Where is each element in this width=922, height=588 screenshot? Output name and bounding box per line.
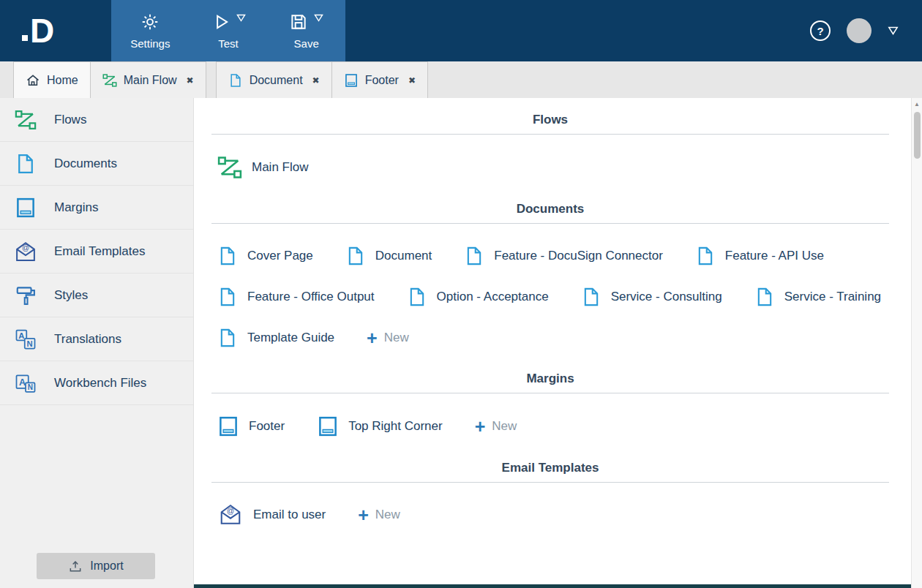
translations-icon: AN (15, 328, 37, 350)
item-service-consulting[interactable]: Service - Consulting (581, 285, 722, 309)
new-button[interactable]: +New (358, 508, 400, 522)
item-service-training[interactable]: Service - Training (754, 285, 881, 309)
svg-text:A: A (19, 377, 26, 387)
svg-text:@: @ (227, 507, 235, 515)
close-icon[interactable]: ✖ (312, 75, 320, 86)
chevron-down-icon[interactable] (888, 26, 899, 35)
document-icon (581, 285, 601, 309)
section-title: Margins (211, 372, 889, 386)
sidebar-item-documents[interactable]: Documents (0, 142, 193, 186)
tab-home[interactable]: Home (13, 61, 91, 98)
settings-button[interactable]: Settings (111, 0, 190, 61)
item-label: Main Flow (252, 160, 308, 175)
section-email-templates: Email Templates@Email to user+New (211, 461, 889, 538)
document-icon (15, 153, 37, 175)
document-icon (464, 244, 484, 268)
sidebar-item-email-templates[interactable]: @Email Templates (0, 230, 193, 274)
new-button-label: New (384, 331, 409, 345)
new-button[interactable]: +New (367, 331, 409, 345)
svg-text:N: N (27, 339, 33, 347)
item-label: Cover Page (247, 249, 313, 263)
document-icon (345, 244, 366, 268)
item-email-to-user[interactable]: @Email to user (217, 503, 326, 526)
help-icon: ? (817, 25, 823, 37)
plus-icon: + (367, 331, 378, 345)
save-icon (289, 12, 308, 31)
sidebar-item-workbench-files[interactable]: ANWorkbench Files (0, 361, 193, 405)
document-icon (217, 244, 238, 268)
document-icon (407, 285, 427, 309)
import-button[interactable]: Import (37, 553, 155, 579)
margin-icon (217, 414, 239, 439)
save-button[interactable]: Save (267, 0, 345, 61)
item-feature-docusign-connector[interactable]: Feature - DocuSign Connector (464, 244, 663, 268)
item-document[interactable]: Document (345, 244, 432, 268)
close-icon[interactable]: ✖ (187, 75, 194, 86)
margin-icon (344, 73, 359, 88)
sidebar-item-translations[interactable]: ANTranslations (0, 317, 193, 361)
sidebar-item-label: Email Templates (54, 244, 145, 259)
styles-icon (15, 284, 37, 306)
gear-icon (140, 12, 160, 31)
vertical-scrollbar[interactable]: ▲ (911, 98, 922, 588)
new-button-label: New (492, 419, 517, 434)
section-items: FooterTop Right Corner+New (211, 393, 889, 451)
item-label: Document (375, 249, 432, 263)
plus-icon: + (475, 419, 486, 434)
item-cover-page[interactable]: Cover Page (217, 244, 313, 268)
item-feature-api-use[interactable]: Feature - API Use (695, 244, 824, 268)
item-label: Service - Training (784, 290, 881, 304)
new-button[interactable]: +New (475, 419, 517, 434)
document-icon (754, 285, 775, 309)
tab-label: Footer (365, 74, 399, 87)
sidebar-item-flows[interactable]: Flows (0, 98, 193, 142)
scrollbar-thumb[interactable] (914, 112, 921, 159)
svg-text:N: N (28, 383, 33, 391)
tab-footer[interactable]: Footer✖ (331, 61, 428, 98)
topbar-right: ? (810, 18, 922, 43)
workbench-icon: AN (15, 372, 37, 394)
scroll-up-icon[interactable]: ▲ (914, 101, 920, 108)
section-title: Email Templates (211, 461, 889, 475)
item-footer[interactable]: Footer (217, 414, 285, 439)
tab-main-flow[interactable]: Main Flow✖ (90, 61, 206, 98)
sidebar-item-label: Translations (54, 332, 121, 347)
test-button[interactable]: Test (190, 0, 268, 61)
save-label: Save (294, 37, 319, 50)
item-main-flow[interactable]: Main Flow (217, 155, 308, 180)
plus-icon: + (358, 508, 369, 522)
margin-icon (317, 414, 339, 439)
section-documents: DocumentsCover PageDocumentFeature - Doc… (211, 202, 889, 361)
app-logo[interactable]: D (22, 15, 54, 46)
play-icon (211, 12, 230, 31)
section-title: Flows (211, 113, 889, 127)
help-button[interactable]: ? (810, 20, 831, 41)
sidebar-nav: FlowsDocumentsMargins@Email TemplatesSty… (0, 98, 193, 405)
section-items: Cover PageDocumentFeature - DocuSign Con… (211, 224, 889, 361)
section-items: Main Flow (211, 135, 889, 192)
sidebar-item-label: Flows (54, 113, 86, 127)
body: FlowsDocumentsMargins@Email TemplatesSty… (0, 98, 922, 588)
topbar: D Settings (0, 0, 922, 61)
tab-document[interactable]: Document✖ (216, 61, 332, 98)
item-feature-office-output[interactable]: Feature - Office Output (217, 285, 375, 309)
item-option-acceptance[interactable]: Option - Acceptance (407, 285, 549, 309)
main-content: FlowsMain FlowDocumentsCover PageDocumen… (194, 98, 911, 588)
chevron-down-icon[interactable] (314, 14, 323, 22)
section-title: Documents (211, 202, 889, 216)
chevron-down-icon[interactable] (236, 14, 246, 22)
new-button-label: New (375, 508, 400, 522)
tab-label: Home (47, 74, 78, 87)
sidebar-item-margins[interactable]: Margins (0, 186, 193, 230)
item-top-right-corner[interactable]: Top Right Corner (317, 414, 443, 439)
close-icon[interactable]: ✖ (408, 75, 416, 86)
toolbar: Settings Test (111, 0, 345, 61)
avatar[interactable] (847, 18, 872, 43)
page: D Settings (0, 0, 922, 588)
sidebar-item-styles[interactable]: Styles (0, 274, 193, 317)
bottom-strip (194, 584, 911, 588)
import-label: Import (90, 559, 123, 573)
item-template-guide[interactable]: Template Guide (217, 326, 334, 350)
email-icon: @ (15, 241, 37, 263)
item-label: Feature - API Use (725, 249, 824, 263)
